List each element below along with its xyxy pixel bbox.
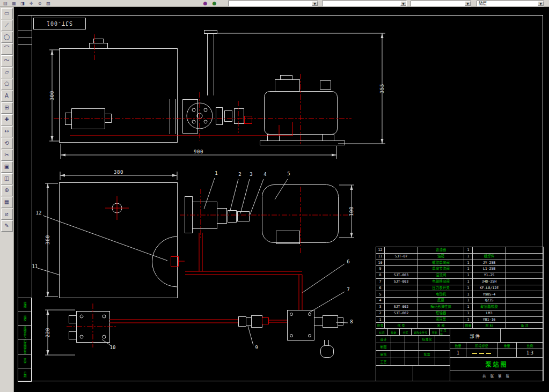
callout-3: 3 [247, 172, 255, 177]
draw-tool-button[interactable]: ⟋ [1, 20, 13, 31]
stage-mark-dashes [466, 349, 497, 358]
callout-5: 5 [284, 171, 293, 176]
target-icon[interactable]: ⊙ [36, 1, 43, 6]
draw-tool-button[interactable]: A [1, 91, 13, 102]
layer-state-icon[interactable]: ● [211, 1, 217, 6]
signature-row-label: 批准 [419, 351, 435, 358]
signature-row-label: 标准化 [419, 336, 435, 343]
hatch-icon[interactable]: ▧ [45, 1, 52, 6]
chevron-down-icon[interactable]: ▼ [400, 1, 406, 6]
bom-header-row: 序号代 号名 称数量材 料备 注 [376, 323, 544, 329]
dimension-lines [38, 33, 385, 355]
bom-row: 7SJT-003电磁换向阀134D-25H [376, 278, 544, 285]
hydraulic-piping [70, 116, 302, 324]
signature-row-label: 工艺 [376, 358, 391, 366]
signature-row-label: 设计 [376, 336, 391, 343]
dim-front-height: 355 [379, 82, 385, 95]
bom-row: 10螺纹单向阀1JY-25B [376, 260, 544, 266]
draw-tool-button[interactable]: ✎ [1, 220, 13, 232]
chevron-down-icon[interactable]: ▼ [538, 1, 544, 6]
dim-tank-height: 300 [49, 89, 55, 102]
bom-table: 12滤油器1 11SJT-07油箱1组焊件 10螺纹单向阀1JY-25B 9单向… [376, 247, 544, 329]
chevron-down-icon[interactable]: ▼ [312, 1, 318, 6]
draw-tool-button[interactable]: ↔ [1, 126, 13, 137]
callout-8: 8 [347, 319, 356, 324]
dim-manifold-depth: 220 [45, 326, 51, 339]
revision-header: 标记 [376, 329, 388, 336]
draw-tool-button[interactable]: ▱ [1, 67, 13, 78]
signature-row-label: 制图 [376, 343, 391, 351]
revision-header: 更改文件号 [412, 329, 430, 336]
lineweight-combo[interactable]: 随层 ▼ [477, 1, 544, 6]
bom-row: 3SJT-002梅花形弹性体1聚氨酯橡胶 [376, 304, 544, 310]
crosshair-icon[interactable]: ✛ [27, 1, 35, 6]
stage-mark-label: 阶段标记 [466, 343, 497, 349]
draw-tool-button[interactable]: ⬠ [1, 79, 13, 90]
callout-12: 12 [34, 210, 43, 216]
title-block-revision-area: 标记 处数 分区 更改文件号 签名 年.月.日 设计 标准化 制图 审核 [376, 329, 450, 381]
callout-10: 10 [108, 345, 117, 350]
dimension-arrowheads [47, 33, 384, 355]
margin-box: 签字 [18, 354, 32, 368]
callout-7: 7 [344, 287, 353, 292]
margin-box: 描图 [18, 298, 32, 312]
bom-row: 5电动机1Y90S-4 [376, 291, 544, 298]
draw-tool-button[interactable]: ⟲ [1, 138, 13, 149]
draw-tool-button[interactable]: 〜 [1, 55, 13, 66]
weight-label: 重量 [497, 343, 517, 349]
bom-row: 8SJT-003溢流阀1Y1-25 [376, 272, 544, 279]
draw-tool-button[interactable]: ◫ [1, 173, 13, 184]
bom-row: 6压力表开关1KF-L8/12E [376, 285, 544, 291]
draw-tool-button[interactable]: ✚ [1, 114, 13, 125]
callout-4: 4 [261, 172, 269, 177]
dim-plan-depth: 360 [45, 233, 51, 246]
qty-label: 数量 [450, 343, 466, 349]
draw-tool-button[interactable]: ▭ [1, 8, 13, 19]
color-combo[interactable]: ▼ [322, 1, 407, 6]
draw-tool-button[interactable]: ⌒ [1, 43, 13, 55]
dim-motor-od: 100 [348, 205, 355, 218]
bom-row: 9单向节流阀1L1-25B [376, 266, 544, 272]
callout-6: 6 [344, 259, 353, 264]
draw-tool-button[interactable]: ⊞ [1, 102, 13, 114]
linetype-combo[interactable]: ▼ [411, 1, 471, 6]
color-wheel-icon[interactable]: ● [202, 1, 208, 6]
draw-tool-button[interactable]: ⧄ [1, 209, 13, 220]
signature-row-label [419, 343, 435, 351]
revision-header: 签名 [430, 329, 440, 336]
chevron-down-icon[interactable]: ▼ [465, 1, 471, 6]
bom-row: 2SJT-002联轴器1LM3 [376, 310, 544, 316]
signature-row-label: 审核 [376, 351, 391, 358]
front-view-linework [60, 31, 345, 145]
draw-tool-button[interactable]: ✂ [1, 150, 13, 161]
grid-icon[interactable]: ▤ [2, 1, 9, 6]
signature-row-label [419, 358, 435, 366]
margin-box: 底图总号 [18, 325, 32, 339]
draw-tool-button[interactable]: ▦ [1, 197, 13, 208]
title-block: 标记 处数 分区 更改文件号 签名 年.月.日 设计 标准化 制图 审核 [376, 329, 543, 381]
draw-tool-button[interactable]: ▣ [1, 161, 13, 173]
sheet-count-note: 共 张 第 张 [450, 371, 544, 381]
scale-value: 1:3 [517, 349, 544, 358]
draw-tool-button[interactable]: ◯ [1, 32, 13, 43]
callout-1: 1 [212, 171, 221, 176]
cad-application-window: ▤ ▦ ◨ ✛ ⊙ ▧ ● ● ▼ ▼ ▼ 随层 ▼ ▭ ⟋ ◯ ⌒ 〜 ▱ ⬠ [0, 0, 549, 392]
revision-header: 分区 [400, 329, 412, 336]
layer-combo[interactable]: ▼ [228, 1, 318, 6]
bom-row: 12滤油器1 [376, 247, 544, 254]
callout-11: 11 [31, 264, 39, 269]
drawing-title: 泵站图 [450, 358, 544, 371]
bom-row: 4底座1Q235 [376, 298, 544, 304]
part-type-label: 部件 [450, 329, 501, 343]
dim-front-width: 900 [189, 149, 208, 155]
lineweight-combo-value: 随层 [477, 1, 538, 6]
revision-header: 年.月.日 [440, 329, 450, 336]
display-icon[interactable]: ◨ [19, 1, 26, 6]
margin-box-stack: 描图 描校 底图总号 旧底图总号 签字 日期 [18, 298, 32, 382]
margin-box: 旧底图总号 [18, 339, 32, 355]
layers-icon[interactable]: ▦ [10, 1, 18, 6]
draw-tool-button[interactable]: ⊕ [1, 185, 13, 196]
callout-2: 2 [236, 172, 244, 177]
revision-header: 处数 [388, 329, 400, 336]
title-block-name-area: 部件 数量 阶段标记 重量 比例 1 1:3 泵站图 共 张 第 张 [450, 329, 544, 381]
